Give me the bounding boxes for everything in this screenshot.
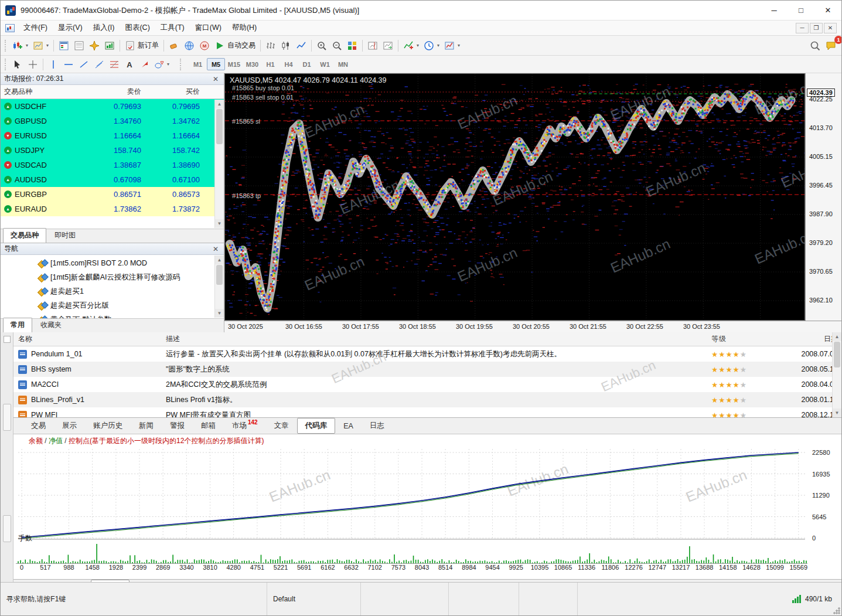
- delete-objects-button[interactable]: [166, 38, 182, 53]
- tile-windows-button[interactable]: [345, 38, 360, 53]
- minimize-button[interactable]: ─: [761, 1, 788, 20]
- timeframe-button[interactable]: M5: [207, 58, 225, 70]
- close-icon[interactable]: ✕: [211, 75, 220, 83]
- trendline-tool-button[interactable]: [76, 57, 91, 72]
- docked-tab[interactable]: [3, 404, 11, 431]
- menu-item[interactable]: 图表(C): [120, 21, 155, 35]
- data-window-toggle[interactable]: [71, 38, 87, 53]
- maximize-button[interactable]: □: [788, 1, 814, 20]
- table-row[interactable]: BHS system "圆形"数字上的系统 ★★★★★ 2008.05.18: [13, 362, 841, 377]
- crosshair-tool-button[interactable]: [25, 57, 40, 72]
- docked-tab[interactable]: [3, 515, 11, 542]
- market-watch-row[interactable]: EURGBP 0.86571 0.86573: [1, 187, 224, 202]
- tester-tab[interactable]: 设置: [29, 580, 60, 583]
- tester-tab[interactable]: 日志: [161, 580, 192, 583]
- menu-item[interactable]: 插入(I): [88, 21, 120, 35]
- mql5-button[interactable]: M: [197, 38, 212, 53]
- search-button[interactable]: [807, 38, 823, 53]
- market-watch-row[interactable]: EURUSD 1.16664 1.16664: [1, 128, 224, 143]
- menu-item[interactable]: 窗口(W): [190, 21, 227, 35]
- line-chart-type-button[interactable]: [294, 38, 309, 53]
- toolbox-tab[interactable]: EA: [335, 419, 362, 433]
- menu-item[interactable]: 帮助(H): [227, 21, 262, 35]
- toolbox-tab[interactable]: 展示: [54, 418, 85, 434]
- shapes-tool-button[interactable]: ▾: [152, 57, 172, 72]
- timeframe-button[interactable]: MN: [334, 58, 352, 70]
- panel-tab[interactable]: 收藏夹: [33, 318, 69, 332]
- navigator-item[interactable]: 超卖超买1: [1, 284, 224, 298]
- period-clock-button[interactable]: ▾: [421, 38, 442, 53]
- timeframe-button[interactable]: D1: [298, 58, 316, 70]
- tester-tab[interactable]: 净值图: [91, 580, 129, 583]
- cursor-tool-button[interactable]: [10, 57, 25, 72]
- table-row[interactable]: BLines_Profi_v1 BLines Profi v1指标。 ★★★★★…: [13, 392, 841, 407]
- menu-item[interactable]: 工具(T): [155, 21, 190, 35]
- chart-shift-button[interactable]: [365, 38, 380, 53]
- panel-tab[interactable]: 交易品种: [3, 228, 46, 243]
- market-watch-row[interactable]: AUDUSD 0.67098 0.67100: [1, 172, 224, 187]
- timeframe-button[interactable]: H1: [261, 58, 279, 70]
- toolbox-tab[interactable]: 市场142: [224, 418, 266, 434]
- close-button[interactable]: ✕: [814, 1, 841, 20]
- panel-tab[interactable]: 即时图: [47, 228, 83, 243]
- tester-tab[interactable]: 结果: [60, 580, 91, 583]
- zoom-out-button[interactable]: [329, 38, 345, 53]
- toolbox-tab[interactable]: 新闻: [131, 418, 162, 434]
- price-scale[interactable]: 4024.394022.254013.704005.153996.453987.…: [805, 73, 841, 321]
- toolbox-tab[interactable]: 代码库: [297, 418, 336, 434]
- codebase-scrollbar[interactable]: ▲ ▼: [832, 332, 841, 417]
- navigator-item[interactable]: [1mt5]新金麒麟AI云授权注释可修改源码: [1, 270, 224, 284]
- auto-scroll-button[interactable]: [380, 38, 396, 53]
- tester-tab[interactable]: 报告: [129, 580, 161, 583]
- mdi-restore-button[interactable]: ❐: [810, 23, 823, 33]
- profile-selector[interactable]: Default: [267, 583, 361, 615]
- new-order-button[interactable]: 新订单: [122, 38, 161, 53]
- panel-tab[interactable]: 常用: [3, 318, 32, 332]
- chart-templates-button[interactable]: ▾: [442, 38, 462, 53]
- text-tool-button[interactable]: A: [122, 57, 137, 72]
- toolbox-tab[interactable]: 文章: [266, 418, 297, 434]
- candlestick-type-button[interactable]: [278, 38, 294, 53]
- time-scale[interactable]: 30 Oct 202530 Oct 16:5530 Oct 17:5530 Oc…: [224, 321, 841, 332]
- zoom-in-button[interactable]: [314, 38, 329, 53]
- toolbox-tab[interactable]: 邮箱: [193, 418, 224, 434]
- toolbox-tab[interactable]: 账户历史: [85, 418, 131, 434]
- menu-item[interactable]: 显示(V): [53, 21, 88, 35]
- arrow-label-tool-button[interactable]: [137, 57, 152, 72]
- mdi-minimize-button[interactable]: ─: [796, 23, 809, 33]
- timeframe-button[interactable]: M15: [225, 58, 243, 70]
- navigator-scrollbar[interactable]: ▲ ▼: [214, 256, 224, 318]
- market-watch-row[interactable]: USDCHF 0.79693 0.79695: [1, 99, 224, 114]
- timeframe-button[interactable]: H4: [279, 58, 298, 70]
- toolbox-toggle[interactable]: [102, 38, 117, 53]
- mdi-close-button[interactable]: ✕: [824, 23, 837, 33]
- profiles-button[interactable]: ▾: [30, 38, 51, 53]
- community-button[interactable]: [182, 38, 197, 53]
- table-row[interactable]: PW MFI PW MFI带有成交量直方图 ★★★★★ 2008.12.19: [13, 407, 841, 418]
- menu-item[interactable]: 文件(F): [18, 21, 53, 35]
- navigator-toggle[interactable]: [87, 38, 102, 53]
- chart-window-icon[interactable]: [5, 24, 15, 32]
- toolbox-tab[interactable]: 交易: [23, 418, 54, 434]
- toolbar-drag-handle[interactable]: [5, 59, 8, 70]
- notifications-button[interactable]: 1: [823, 38, 839, 53]
- market-watch-row[interactable]: EURAUD 1.73862 1.73872: [1, 202, 224, 216]
- market-watch-row[interactable]: GBPUSD 1.34760 1.34762: [1, 114, 224, 128]
- balance-curve-plot[interactable]: EAHub.cnEAHub.cnEAHub.cn: [16, 447, 807, 542]
- fibonacci-tool-button[interactable]: [107, 57, 122, 72]
- table-row[interactable]: MA2CCI 2MA和CCI交叉的交易系统范例 ★★★★★ 2008.04.04: [13, 377, 841, 392]
- market-watch-scrollbar[interactable]: ▲ ▼: [214, 100, 224, 228]
- auto-trading-button[interactable]: 自动交易: [212, 38, 258, 53]
- market-watch-row[interactable]: USDCAD 1.38687 1.38690: [1, 158, 224, 172]
- timeframe-button[interactable]: M1: [189, 58, 207, 70]
- docked-panel-icon[interactable]: [4, 336, 11, 343]
- toolbar-drag-handle[interactable]: [180, 59, 183, 70]
- horizontal-line-tool-button[interactable]: [61, 57, 76, 72]
- timeframe-button[interactable]: W1: [316, 58, 334, 70]
- close-icon[interactable]: ✕: [211, 245, 220, 253]
- add-indicator-button[interactable]: ▾: [401, 38, 421, 53]
- toolbox-tab[interactable]: 日志: [362, 418, 393, 434]
- table-row[interactable]: Pendulum 1_01 运行参量 - 放置买入和卖出两个挂单 (以存款额和从…: [13, 346, 841, 362]
- new-chart-button[interactable]: ▾: [10, 38, 30, 53]
- vertical-line-tool-button[interactable]: [46, 57, 61, 72]
